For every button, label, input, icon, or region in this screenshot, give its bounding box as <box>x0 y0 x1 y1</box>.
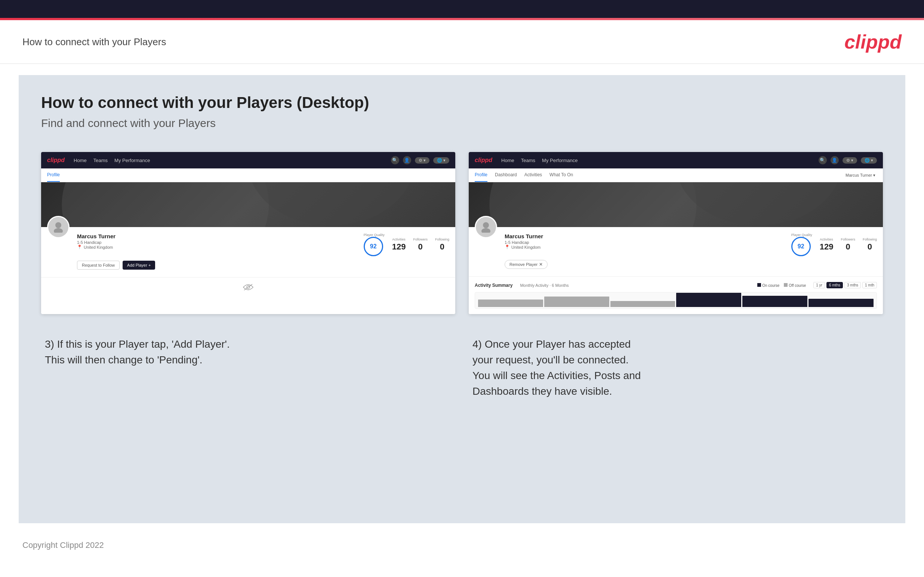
activities-value-left: 129 <box>392 242 406 252</box>
search-icon-right[interactable]: 🔍 <box>819 156 827 164</box>
activity-subtitle-right: Monthly Activity · 6 Months <box>520 283 569 288</box>
nav-teams-right[interactable]: Teams <box>521 158 535 163</box>
mock-navbar-right: clippd Home Teams My Performance 🔍 👤 ⚙ ▾… <box>469 152 883 168</box>
top-bar <box>0 0 924 18</box>
clippd-logo: clippd <box>844 31 901 53</box>
eye-icon-left <box>243 284 254 291</box>
activities-stat-left: Activities 129 <box>392 237 406 252</box>
header: How to connect with your Players clippd <box>0 20 924 64</box>
settings-btn-right[interactable]: ⚙ ▾ <box>843 157 857 164</box>
mock-logo-right: clippd <box>475 157 492 164</box>
oncourse-legend-dot <box>757 283 761 287</box>
player-dropdown-right[interactable]: Marcus Turner ▾ <box>845 173 877 178</box>
tab-whattoon-right[interactable]: What To On <box>549 168 573 182</box>
remove-player-x-icon: ✕ <box>539 262 543 267</box>
followers-stat-left: Followers 0 <box>413 237 428 252</box>
activity-summary-right: Activity Summary Monthly Activity · 6 Mo… <box>469 276 883 314</box>
followers-value-right: 0 <box>841 242 855 252</box>
activities-label-left: Activities <box>392 237 406 241</box>
main-title: How to connect with your Players (Deskto… <box>41 94 883 112</box>
globe-btn-right[interactable]: 🌐 ▾ <box>861 157 877 164</box>
activities-label-right: Activities <box>820 237 834 241</box>
player-location-left: 📍 United Kingdom <box>77 245 115 250</box>
bar-5 <box>742 296 808 307</box>
followers-stat-right: Followers 0 <box>841 237 855 252</box>
nav-teams-left[interactable]: Teams <box>94 158 108 163</box>
time-3mths[interactable]: 3 mths <box>844 282 861 288</box>
copyright-text: Copyright Clippd 2022 <box>23 540 104 550</box>
search-icon-left[interactable]: 🔍 <box>391 156 399 164</box>
avatar-container-left <box>47 216 69 238</box>
activities-value-right: 129 <box>820 242 834 252</box>
svg-line-3 <box>244 284 252 290</box>
tab-dashboard-right[interactable]: Dashboard <box>495 168 517 182</box>
svg-point-1 <box>54 228 63 233</box>
settings-btn-left[interactable]: ⚙ ▾ <box>415 157 430 164</box>
offcourse-legend-dot <box>784 283 788 287</box>
followers-value-left: 0 <box>413 242 428 252</box>
bar-6 <box>809 299 874 307</box>
location-text-left: United Kingdom <box>84 245 113 250</box>
mock-banner-right <box>469 182 883 227</box>
followers-label-left: Followers <box>413 237 428 241</box>
globe-btn-left[interactable]: 🌐 ▾ <box>433 157 449 164</box>
quality-value-left: 92 <box>370 243 377 250</box>
remove-player-button[interactable]: Remove Player ✕ <box>505 260 548 269</box>
oncourse-legend-label: On course <box>762 284 779 288</box>
page-title: How to connect with your Players <box>23 36 166 48</box>
profile-info-left: Marcus Turner 1-5 Handicap 📍 United King… <box>47 232 449 270</box>
action-buttons-left: Request to Follow Add Player + <box>77 261 449 270</box>
mock-nav-icons-left: 🔍 👤 ⚙ ▾ 🌐 ▾ <box>391 156 449 164</box>
add-player-button[interactable]: Add Player + <box>123 261 155 270</box>
activity-legend-right: On course Off course <box>757 283 806 288</box>
quality-value-right: 92 <box>798 243 804 250</box>
nav-myperformance-left[interactable]: My Performance <box>115 158 150 163</box>
mock-bottom-left <box>41 277 455 297</box>
time-buttons-right: 1 yr 6 mths 3 mths 1 mth <box>813 282 877 288</box>
description-left: 3) If this is your Player tap, 'Add Play… <box>41 337 455 399</box>
mock-banner-left <box>41 182 455 227</box>
following-stat-left: Following 0 <box>435 237 449 252</box>
bar-4 <box>676 293 741 307</box>
nav-home-right[interactable]: Home <box>501 158 514 163</box>
description-text-right: 4) Once your Player has acceptedyour req… <box>472 337 879 399</box>
player-handicap-left: 1-5 Handicap <box>77 240 115 245</box>
main-content: How to connect with your Players (Deskto… <box>19 75 905 523</box>
mock-nav-items-left: Home Teams My Performance <box>74 158 391 163</box>
nav-home-left[interactable]: Home <box>74 158 87 163</box>
mock-tabs-right: Profile Dashboard Activities What To On … <box>469 168 883 182</box>
time-6mths[interactable]: 6 mths <box>826 282 843 288</box>
mock-navbar-left: clippd Home Teams My Performance 🔍 👤 ⚙ ▾… <box>41 152 455 168</box>
screenshot-right: clippd Home Teams My Performance 🔍 👤 ⚙ ▾… <box>469 152 883 314</box>
player-location-right: 📍 United Kingdom <box>505 245 543 250</box>
stats-row-left: Player Quality 92 Activities 129 Followe <box>364 233 449 256</box>
nav-myperformance-right[interactable]: My Performance <box>542 158 577 163</box>
descriptions-row: 3) If this is your Player tap, 'Add Play… <box>41 337 883 399</box>
tab-profile-right[interactable]: Profile <box>475 168 488 182</box>
profile-info-right: Marcus Turner 1-5 Handicap 📍 United King… <box>475 232 877 269</box>
mock-nav-items-right: Home Teams My Performance <box>501 158 819 163</box>
following-value-left: 0 <box>435 242 449 252</box>
player-name-right: Marcus Turner <box>505 233 543 239</box>
time-1yr[interactable]: 1 yr <box>813 282 825 288</box>
location-pin-icon-right: 📍 <box>505 245 510 250</box>
request-follow-button[interactable]: Request to Follow <box>77 261 120 270</box>
description-right: 4) Once your Player has acceptedyour req… <box>469 337 883 399</box>
offcourse-legend-label: Off course <box>789 284 806 288</box>
user-icon-left[interactable]: 👤 <box>403 156 411 164</box>
followers-label-right: Followers <box>841 237 855 241</box>
avatar-left <box>47 216 69 238</box>
screenshots-row: clippd Home Teams My Performance 🔍 👤 ⚙ ▾… <box>41 152 883 314</box>
tab-activities-right[interactable]: Activities <box>524 168 542 182</box>
activity-title-right: Activity Summary <box>475 283 512 288</box>
following-label-right: Following <box>863 237 877 241</box>
user-icon-right[interactable]: 👤 <box>830 156 839 164</box>
screenshot-left: clippd Home Teams My Performance 🔍 👤 ⚙ ▾… <box>41 152 455 314</box>
time-1mth[interactable]: 1 mth <box>862 282 877 288</box>
avatar-container-right <box>475 216 497 238</box>
tab-profile-left[interactable]: Profile <box>47 168 60 182</box>
mock-tabs-left: Profile <box>41 168 455 182</box>
bar-3 <box>611 301 675 307</box>
following-stat-right: Following 0 <box>863 237 877 252</box>
mock-logo-left: clippd <box>47 157 65 164</box>
